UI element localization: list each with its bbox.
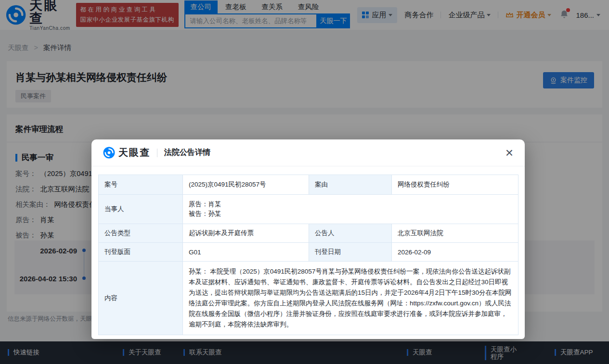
- cell-label-cause: 案由: [309, 175, 392, 195]
- table-row: 案号 (2025)京0491民初28057号 案由 网络侵权责任纠纷: [99, 175, 518, 195]
- notice-detail-table: 案号 (2025)京0491民初28057号 案由 网络侵权责任纠纷 当事人 原…: [98, 175, 518, 335]
- cell-value-publish-date: 2026-02-09: [392, 243, 518, 262]
- cell-value-case-number: (2025)京0491民初28057号: [183, 175, 309, 195]
- cell-label-content: 内容: [99, 262, 183, 335]
- cell-value-parties: 原告：肖某 被告：孙某: [183, 195, 518, 224]
- cell-label-page: 刊登版面: [99, 243, 183, 262]
- divider: [157, 149, 157, 157]
- cell-value-page: G01: [183, 243, 309, 262]
- cell-value-notice-type: 起诉状副本及开庭传票: [183, 224, 309, 243]
- modal-header: 天眼查 法院公告详情 ×: [91, 139, 525, 166]
- table-row: 刊登版面 G01 刊登日期 2026-02-09: [99, 243, 518, 262]
- party-defendant: 被告：孙某: [189, 209, 512, 219]
- cell-label-parties: 当事人: [99, 195, 183, 224]
- close-icon[interactable]: ×: [505, 148, 513, 158]
- table-row: 当事人 原告：肖某 被告：孙某: [99, 195, 518, 224]
- cell-value-cause: 网络侵权责任纠纷: [392, 175, 518, 195]
- cell-value-content: 孙某： 本院受理（2025）京0491民初28057号肖某与孙某网络侵权责任纠纷…: [183, 262, 518, 335]
- cell-value-announcer: 北京互联网法院: [392, 224, 518, 243]
- court-notice-modal: 天眼查 法院公告详情 × 案号 (2025)京0491民初28057号 案由 网…: [91, 139, 525, 339]
- modal-brand: 天眼查: [118, 146, 150, 159]
- table-row: 公告类型 起诉状副本及开庭传票 公告人 北京互联网法院: [99, 224, 518, 243]
- cell-label-announcer: 公告人: [309, 224, 392, 243]
- modal-title: 法院公告详情: [164, 148, 210, 158]
- party-plaintiff: 原告：肖某: [189, 200, 512, 209]
- cell-label-case-number: 案号: [99, 175, 183, 195]
- tianyancha-logo-icon: [103, 147, 115, 159]
- table-row: 内容 孙某： 本院受理（2025）京0491民初28057号肖某与孙某网络侵权责…: [99, 262, 518, 335]
- cell-label-notice-type: 公告类型: [99, 224, 183, 243]
- cell-label-publish-date: 刊登日期: [309, 243, 392, 262]
- modal-body: 案号 (2025)京0491民初28057号 案由 网络侵权责任纠纷 当事人 原…: [91, 166, 525, 343]
